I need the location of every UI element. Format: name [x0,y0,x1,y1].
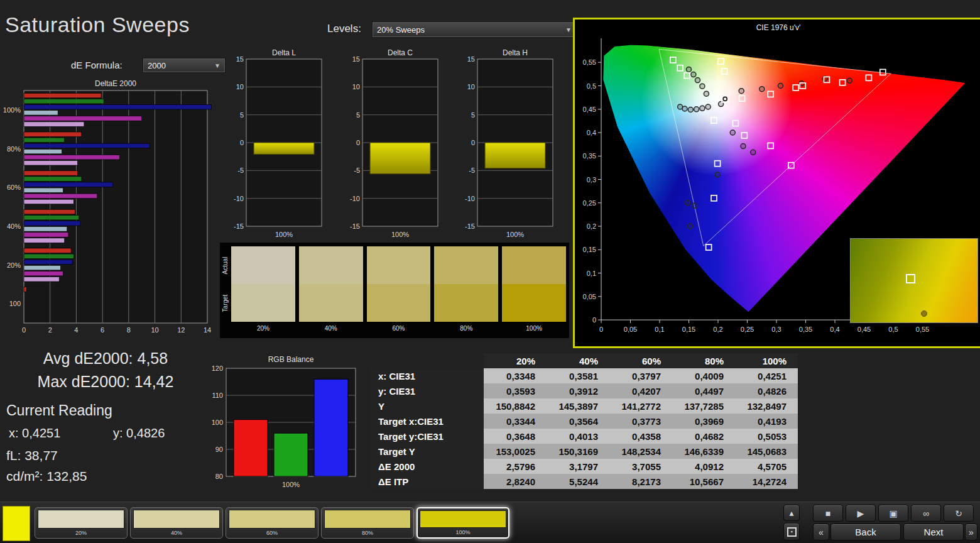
svg-text:2: 2 [48,326,52,334]
svg-text:0: 0 [22,326,26,334]
de-formula-dropdown[interactable]: 2000 ▼ [143,58,226,73]
pattern-window-button[interactable]: ▪ [783,523,800,540]
table-row: Target y:CIE310,36480,40130,43580,46820,… [371,429,798,444]
row-label: Target x:CIE31 [371,414,484,429]
table-cell: 146,6339 [672,444,735,459]
svg-text:0: 0 [356,139,360,146]
svg-text:60%: 60% [7,184,21,191]
results-table: 20%40%60%80%100%x: CIE310,33480,35810,37… [371,353,798,489]
table-cell: 150,3169 [547,444,609,459]
patch-button-100%[interactable]: 100% [416,507,509,539]
page-title: Saturation Sweeps [5,13,190,37]
svg-text:0: 0 [240,139,244,146]
svg-text:0,05: 0,05 [624,326,637,333]
table-cell: 0,4009 [672,368,735,383]
svg-text:80%: 80% [7,145,21,153]
table-cell: 0,3773 [609,414,672,429]
levels-dropdown-value: 20% Sweeps [377,25,425,35]
patch-swatch [229,510,315,529]
svg-text:5: 5 [240,111,244,119]
svg-text:0,1: 0,1 [655,326,664,333]
patch-button-label: 100% [455,529,470,535]
patch-swatch [324,510,411,529]
pattern-square-icon: ▪ [787,527,797,537]
reading-fl-value: fL: 38,77 [6,448,58,463]
svg-text:-15: -15 [465,222,475,230]
svg-text:RGB Balance: RGB Balance [268,355,314,364]
svg-text:Delta L: Delta L [272,48,296,57]
capture-icon: ▣ [889,508,897,518]
bottom-bar: 20% 40% 60% 80% 100% ▴ ▪ ■ ▶ ▣ ∞ ↻ [0,502,980,543]
svg-text:15: 15 [467,55,475,63]
svg-text:100%: 100% [275,231,293,238]
svg-text:DeltaE 2000: DeltaE 2000 [95,79,136,88]
cie-zoom-inset [850,238,978,323]
actual-row-label: Actual [221,246,230,284]
svg-text:0,4: 0,4 [587,129,596,136]
de-formula-dropdown-value: 2000 [148,61,166,70]
last-page-button[interactable]: » [965,524,977,540]
svg-text:100%: 100% [391,231,409,238]
play-button[interactable]: ▶ [846,505,876,522]
reading-y-value: y: 0,4826 [113,426,165,441]
swatch-column-label: 80% [434,325,498,332]
patch-swatch [133,510,220,529]
patch-button-label: 80% [362,530,373,536]
chevron-down-icon: ▼ [214,62,220,69]
play-icon: ▶ [858,508,864,518]
swatch-column: 80% [434,246,498,337]
table-row: Target Y153,0025150,3169148,2534146,6339… [371,444,798,459]
patch-button-80%[interactable]: 80% [321,507,414,539]
table-cell: 0,3912 [547,383,609,398]
table-cell: 10,5667 [672,474,735,489]
svg-text:Delta C: Delta C [388,48,413,57]
table-header-cell: 40% [547,353,609,368]
svg-text:12: 12 [177,326,185,334]
swatch-column: 60% [367,246,431,337]
back-button[interactable]: Back [830,524,901,540]
next-button[interactable]: Next [903,524,964,540]
target-square-marker [906,274,915,283]
continuous-measure-button[interactable]: ∞ [911,505,941,522]
svg-text:0,3: 0,3 [771,326,781,333]
actual-target-swatch-strip: Actual Target 20% 40% 60% 80% 100% [220,243,569,338]
table-cell: 0,3797 [609,368,672,383]
table-header-cell: 20% [484,353,547,368]
swatch-column-label: 100% [502,325,566,332]
patch-button-40%[interactable]: 40% [130,507,223,539]
patch-button-20%[interactable]: 20% [35,507,128,539]
svg-text:-5: -5 [354,167,360,174]
svg-text:100: 100 [212,419,223,426]
swatch-column-label: 40% [299,325,363,332]
svg-text:-10: -10 [234,195,244,202]
capture-button[interactable]: ▣ [878,505,908,522]
svg-text:0,45: 0,45 [858,326,871,333]
first-page-button[interactable]: « [813,524,829,540]
stop-button[interactable]: ■ [813,505,843,522]
panel-collapse-button[interactable]: ▴ [783,505,800,521]
svg-text:0: 0 [471,139,475,146]
levels-dropdown[interactable]: 20% Sweeps ▼ [372,21,577,38]
table-cell: 153,0025 [484,444,547,459]
target-swatch [502,284,566,322]
svg-text:0,05: 0,05 [583,293,596,300]
patch-button-60%[interactable]: 60% [226,507,318,539]
svg-text:10: 10 [352,83,360,90]
table-cell: 0,3581 [547,368,609,383]
svg-text:100%: 100% [506,231,524,238]
svg-text:100%: 100% [282,481,300,488]
svg-text:0,3: 0,3 [587,176,596,184]
row-label: x: CIE31 [371,368,484,383]
table-header-cell: 100% [735,353,798,368]
svg-text:6: 6 [101,326,104,334]
loop-button[interactable]: ↻ [944,505,974,522]
swatch-column-label: 20% [231,325,295,332]
svg-text:0,35: 0,35 [583,152,596,160]
de-formula-label: dE Formula: [71,60,122,70]
svg-text:0,5: 0,5 [888,326,898,333]
svg-text:-5: -5 [469,167,475,174]
table-cell: 0,4682 [672,429,735,444]
swatch-column-label: 60% [367,325,431,332]
table-header-cell: 60% [609,353,672,368]
svg-text:10: 10 [151,326,158,334]
